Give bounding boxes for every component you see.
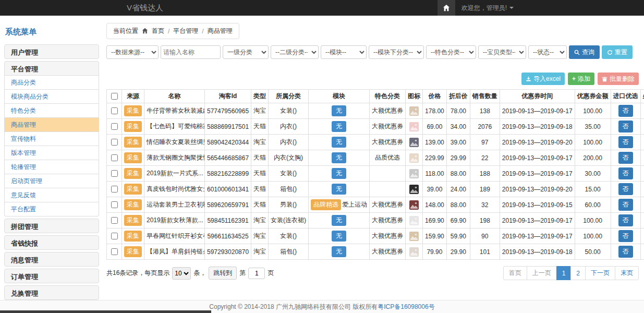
page-number-input[interactable] [248,268,265,279]
source-badge: 采集 [124,121,142,132]
row-checkbox[interactable] [111,233,118,239]
import-select-toggle-button[interactable]: 否 [618,183,633,195]
per-page-select[interactable]: 10 [172,267,191,280]
reset-button[interactable]: 重置 [602,45,633,59]
import-select-toggle-button[interactable]: 否 [618,121,633,133]
search-icon [574,50,580,55]
plus-icon: + [572,75,576,82]
import-select-toggle-button[interactable]: 否 [618,214,633,226]
level2-category-select[interactable]: --二级分类-- [271,45,319,59]
sidebar-subitem-启动页管理[interactable]: 启动页管理 [4,174,99,188]
import-select-toggle-button[interactable]: 否 [618,136,633,148]
product-name-cell: 【七色码】可爱纯棉家... [144,119,205,135]
sidebar-item-拼团管理[interactable]: 拼团管理 [4,219,99,233]
add-button[interactable]: + 添加 [568,73,594,85]
import-select-toggle-button[interactable]: 否 [618,105,633,117]
product-name-cell: 牛仔背带裤女秋装减龄... [144,103,205,119]
feature-category-select[interactable]: --特色分类-- [426,45,476,59]
select-all-checkbox[interactable] [111,93,118,100]
home-button[interactable] [438,0,455,16]
row-checkbox[interactable] [111,201,118,208]
breadcrumb-item-平台管理[interactable]: 平台管理 [173,27,198,35]
table-row: 采集【港风】单肩斜挎链条...597293020870淘宝箱包()无大额优惠券7… [107,244,644,260]
must-buy-cell: 否 [640,182,644,197]
coupon-time-cell: 2019-09-13—2019-09-15 [500,197,575,213]
batch-delete-button[interactable]: 批量删除 [598,73,639,85]
coupon-amount-cell: 35.00 [575,119,611,135]
breadcrumb: 当前位置 首页/平台管理/商品管理 [106,23,239,39]
import-select-toggle-button[interactable]: 否 [618,152,633,164]
sidebar-subitem-商品分类[interactable]: 商品分类 [4,76,99,90]
import-select-toggle-button[interactable]: 否 [618,246,633,258]
taoke-id-cell: 589042420344 [205,135,251,150]
row-checkbox[interactable] [111,248,118,255]
source-cell: 采集 [122,119,144,135]
page-button-2[interactable]: 2 [570,266,586,280]
sidebar-title: 系统菜单 [4,23,99,44]
breadcrumb-item-商品管理[interactable]: 商品管理 [208,27,233,35]
name-search-input[interactable] [161,45,221,59]
house-icon [142,28,148,35]
status-select[interactable]: --状态-- [528,45,567,59]
module-subcategory-select[interactable]: --模块下分类-- [369,45,424,59]
row-checkbox[interactable] [111,123,118,130]
breadcrumb-separator: / [168,28,169,35]
item-type-select[interactable]: --宝贝类型-- [478,45,526,59]
sidebar-subitem-版本管理[interactable]: 版本管理 [4,146,99,160]
search-button[interactable]: 查询 [569,45,600,59]
breadcrumb-item-首页[interactable]: 首页 [152,27,164,35]
module-badge: 品牌精选 [311,199,341,210]
module-select[interactable]: --模块-- [321,45,367,59]
import-select-toggle-button[interactable]: 否 [618,199,633,211]
sidebar-subitem-轮播管理[interactable]: 轮播管理 [4,160,99,174]
data-source-select[interactable]: --数据来源-- [106,45,159,59]
sidebar-subitem-平台配置[interactable]: 平台配置 [4,202,99,216]
import-excel-button[interactable]: 导入excel [521,73,565,85]
row-checkbox[interactable] [111,107,118,114]
row-checkbox[interactable] [111,186,118,192]
module-cell: 无 [309,135,370,150]
icp-link[interactable]: 粤ICP备16098006号 [378,303,434,311]
horizontal-scrollbar-thumb[interactable] [0,310,211,313]
page-button-上一页[interactable]: 上一页 [527,266,557,280]
sidebar-subitem-特色分类[interactable]: 特色分类 [4,104,99,118]
row-checkbox[interactable] [111,170,118,177]
column-header-折后价: 折后价 [446,90,470,103]
jump-button[interactable]: 跳转到 [209,267,237,280]
page-button-1[interactable]: 1 [556,266,572,280]
module-badge: 无 [332,152,346,163]
taoke-id-cell: 577479560965 [205,103,251,119]
source-badge: 采集 [124,246,142,257]
coupon-time-cell: 2019-09-13—2019-09-18 [500,119,575,135]
sidebar-subitem-模块商品分类[interactable]: 模块商品分类 [4,90,99,104]
page-button-下一页[interactable]: 下一页 [585,266,615,280]
sidebar-item-平台管理[interactable]: 平台管理 [4,61,99,76]
row-checkbox[interactable] [111,139,118,146]
category-cell: 内衣(文胸) [269,150,309,166]
icon-cell [406,166,423,182]
user-menu[interactable]: 欢迎您，管理员! [461,4,514,13]
product-name-cell: 2019新款女秋薄款... [144,213,205,228]
sidebar-item-订单管理[interactable]: 订单管理 [4,269,99,283]
row-checkbox[interactable] [111,217,118,224]
sidebar-item-兑换管理[interactable]: 兑换管理 [4,285,99,300]
price-cell: 148.00 [423,197,447,213]
import-select-toggle-button[interactable]: 否 [618,230,633,242]
table-row: 采集2019新款一片式系...588216228899天猫女装()无118.00… [107,166,644,182]
sidebar-subitem-宣传物料[interactable]: 宣传物料 [4,132,99,146]
must-buy-cell: 否 [640,228,644,244]
image-placeholder-icon [409,106,419,116]
image-placeholder-icon [409,216,419,225]
sidebar-item-省钱快报[interactable]: 省钱快报 [4,235,99,250]
page-button-末页[interactable]: 末页 [615,266,639,280]
sidebar-subitem-商品管理[interactable]: 商品管理 [4,118,99,132]
row-checkbox[interactable] [111,154,118,161]
price-cell: 139.00 [423,135,447,150]
sidebar-item-消息管理[interactable]: 消息管理 [4,252,99,267]
level1-category-select[interactable]: 一级分类 [223,45,269,59]
sidebar-item-用户管理[interactable]: 用户管理 [4,44,99,59]
import-select-toggle-button[interactable]: 否 [618,167,633,179]
page-button-首页[interactable]: 首页 [503,266,527,280]
price-cell: 159.90 [423,228,447,244]
sidebar-subitem-意见反馈[interactable]: 意见反馈 [4,188,99,202]
